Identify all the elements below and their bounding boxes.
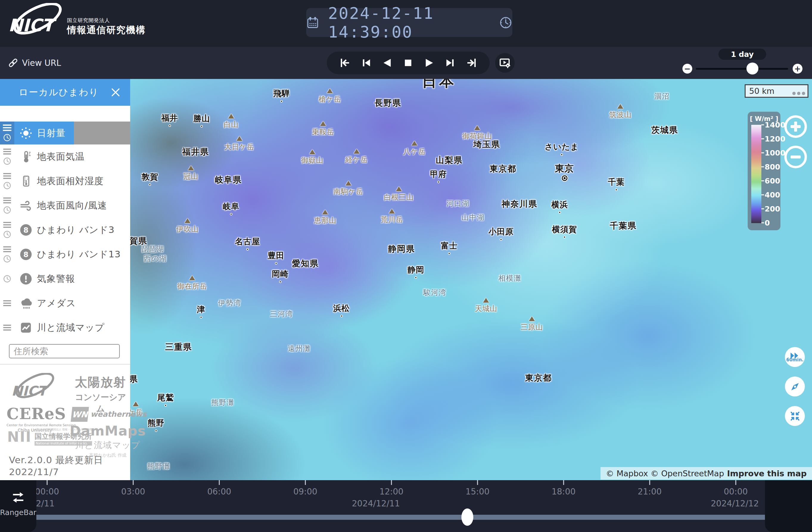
tick-mark (133, 480, 133, 485)
mountain-icon (322, 210, 328, 214)
range-slider-track[interactable] (696, 68, 788, 70)
layer-label: ひまわり バンド3 (37, 224, 115, 236)
play-icon (423, 57, 435, 69)
skip-to-start-button[interactable] (338, 56, 351, 69)
recenter-button[interactable] (785, 406, 805, 426)
city-dot-icon (230, 213, 232, 215)
timeline-tick: 15:00 (466, 480, 490, 497)
sidebar-title: ローカルひまわり (0, 86, 109, 99)
calendar-icon (306, 15, 319, 31)
timeline-range-track[interactable] (37, 515, 765, 520)
timeline-bar: 00:00 03:00 06:00 09:00 (0, 480, 812, 532)
layer-time-icon (3, 255, 11, 263)
sidebar-close-button[interactable] (109, 86, 122, 99)
map-label: 小田原 (489, 226, 513, 241)
city-dot-icon (437, 181, 440, 183)
step-forward-icon (445, 57, 456, 69)
sidebar-item-surface-humidity[interactable]: 地表面相対湿度 (0, 169, 130, 193)
map-zoom-out-button[interactable] (784, 146, 807, 168)
map-label: 南駒ケ岳 (333, 181, 363, 196)
mountain-icon (618, 104, 623, 109)
sidebar-item-amedas[interactable]: アメダス (0, 291, 130, 315)
layer-label: 川と流域マップ (37, 321, 104, 334)
current-datetime: 2024-12-11 14:39:00 (328, 4, 491, 41)
skip-to-end-button[interactable] (465, 56, 478, 69)
play-reverse-icon (381, 57, 393, 69)
layer-time-icon (3, 206, 11, 214)
layer-menu-icon (3, 222, 11, 228)
sidebar-item-solar-radiation[interactable]: 日射量 (0, 121, 130, 144)
mountain-icon (353, 149, 360, 154)
map-canvas[interactable]: 日本 飛騨 槍ケ岳 長野県 (130, 79, 812, 480)
city-dot-icon (415, 276, 417, 279)
play-reverse-button[interactable] (381, 56, 394, 69)
address-search-input[interactable] (9, 344, 120, 358)
map-label: 敦賀 (142, 172, 158, 186)
tick-label: 18:00 (552, 487, 576, 497)
sidebar-item-himawari-band3[interactable]: 8 ひまわり バンド3 (0, 218, 130, 242)
city-dot-icon (155, 430, 157, 432)
legend-tick: 1400 (762, 121, 785, 129)
range-increase-button[interactable]: + (793, 64, 802, 74)
city-dot-icon (149, 184, 151, 186)
map-label: 天城山 (475, 298, 497, 313)
range-decrease-button[interactable]: − (682, 64, 692, 74)
map-label: 長野県 (374, 97, 401, 109)
map-zoom-in-button[interactable] (784, 115, 807, 138)
animation-settings-button[interactable] (495, 53, 515, 73)
svg-text:NICT: NICT (12, 383, 49, 399)
animation-settings-icon (498, 56, 511, 69)
compass-button[interactable] (785, 376, 805, 397)
city-dot-icon (164, 404, 167, 407)
map-label: 津 (197, 304, 205, 318)
improve-map-link[interactable]: Improve this map (727, 469, 807, 478)
map-label: 冠山 (184, 166, 198, 181)
link-icon (8, 57, 18, 68)
legend-tick: 400 (762, 191, 780, 199)
app-root: NICT 国立研究開発法人 情報通信研究機構 2024-12-11 14:39:… (0, 0, 812, 532)
map-label: 筑波山 (609, 104, 632, 119)
layer-label: 地表面相対湿度 (37, 175, 104, 187)
timeline-tick: 00:00 (35, 480, 59, 497)
map-label: 愛知県 (292, 258, 319, 269)
tick-label: 00:00 (724, 487, 748, 497)
mountain-icon (320, 121, 326, 126)
map-scale-label: 50 km (749, 86, 774, 96)
sidebar-item-weather-warning[interactable]: 気象警報 (0, 267, 130, 291)
map-label: 横須賀 (552, 224, 577, 238)
step-forward-button[interactable] (444, 56, 457, 69)
sidebar-item-himawari-band13[interactable]: 8 ひまわり バンド13 (0, 242, 130, 267)
skip-to-start-icon (339, 57, 351, 69)
clock-icon (499, 15, 512, 31)
collapse-arrows-icon (789, 410, 801, 422)
rangebar-toggle-button[interactable]: RangeBar (0, 480, 37, 532)
stop-button[interactable] (402, 56, 415, 69)
sidebar-item-surface-temperature[interactable]: 地表面気温 (0, 144, 130, 169)
map-label: 福井県 (182, 146, 209, 158)
range-slider-handle[interactable] (746, 62, 758, 74)
mountain-icon (133, 402, 139, 406)
datetime-picker[interactable]: 2024-12-11 14:39:00 (306, 8, 512, 37)
step-backward-button[interactable] (360, 56, 373, 69)
play-button[interactable] (423, 56, 436, 69)
timeline-tick: 12:00 (379, 480, 404, 497)
layer-label: ひまわり バンド13 (37, 248, 121, 261)
legend-gradient-bar (751, 125, 762, 223)
map-label: 恵那山 (314, 210, 336, 225)
attribution-text: © Mapbox © OpenStreetMap (606, 469, 724, 478)
legend-tick: 600 (762, 177, 780, 185)
mountain-icon (529, 316, 535, 321)
legend-tick: 800 (762, 163, 780, 171)
layer-time-icon (3, 182, 11, 189)
timeline-handle[interactable] (461, 508, 473, 526)
map-label: 相模灘 (498, 273, 522, 283)
sidebar-item-surface-wind[interactable]: 地表面風向/風速 (0, 193, 130, 218)
map-label: 勝山 (193, 113, 210, 128)
city-dot-icon (500, 238, 502, 241)
view-url-button[interactable]: View URL (8, 47, 61, 79)
sun-icon (19, 126, 33, 140)
fast-forward-60min-button[interactable]: 60min. (785, 347, 805, 367)
skip-to-end-icon (465, 57, 478, 69)
sidebar-panel: ローカルひまわり 日射量 (0, 79, 130, 480)
sidebar-item-river-basin-map[interactable]: 川と流域マップ (0, 315, 130, 340)
